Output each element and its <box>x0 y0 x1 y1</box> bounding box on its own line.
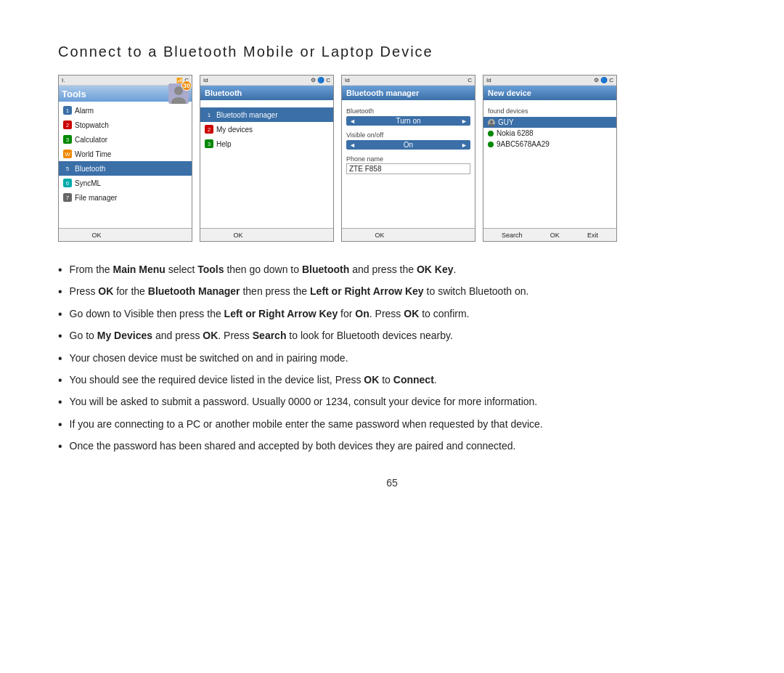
page-title: Connect to a Bluetooth Mobile or Laptop … <box>58 44 726 60</box>
screen3-titlebar: Bluetooth manager <box>342 86 475 100</box>
bluetooth-icon: 5 <box>63 164 72 173</box>
badge: 30 <box>181 81 192 91</box>
bluetooth-label: Bluetooth <box>75 165 105 173</box>
help-label: Help <box>216 140 232 148</box>
screen3-bottom: OK <box>342 228 475 241</box>
bullet-list: From the Main Menu select Tools then go … <box>58 262 726 455</box>
stopwatch-icon: 2 <box>63 121 72 129</box>
screenshots-container: I. 📶 C Tools 30 <box>58 75 726 242</box>
on-label: On <box>404 141 413 149</box>
filemanager-icon: 7 <box>63 193 72 202</box>
alarm-icon: 1 <box>63 106 72 115</box>
screen3-content: Bluetooth ◄ Turn on ► Visible on/off ◄ O… <box>342 100 475 241</box>
mac-dot <box>488 142 494 147</box>
screen1-title: Tools <box>62 89 86 99</box>
menu-bluetooth: 5 Bluetooth <box>59 161 192 176</box>
bullet-9: Once the password has been shared and ac… <box>58 439 726 454</box>
right-arrow-1: ► <box>461 118 467 125</box>
screen2-bottom: OK <box>200 228 333 241</box>
bullet-5: Your chosen device must be switched on a… <box>58 351 726 367</box>
svg-point-4 <box>490 121 493 123</box>
screen4-exit: Exit <box>587 232 598 239</box>
menu-bt-manager: 1 Bluetooth manager <box>200 107 333 122</box>
calculator-icon: 3 <box>63 135 72 144</box>
page-number: 65 <box>58 477 726 489</box>
menu-stopwatch: 2 Stopwatch <box>59 118 192 132</box>
filemanager-label: File manager <box>75 194 117 202</box>
syncml-icon: 6 <box>63 179 72 187</box>
screen4: Id ⚙ 🔵 C New device found devices <box>483 75 617 242</box>
phone-name-value: ZTE F858 <box>346 163 470 174</box>
stopwatch-label: Stopwatch <box>75 121 109 129</box>
worldtime-icon: W <box>63 150 72 158</box>
device-nokia: Nokia 6288 <box>483 128 616 139</box>
bt-manager-icon: 1 <box>205 110 213 119</box>
status-left-4: Id <box>486 77 491 83</box>
menu-help: 3 Help <box>200 136 333 151</box>
on-field: ◄ On ► <box>346 140 470 150</box>
status-left-1: I. <box>62 77 65 83</box>
menu-syncml: 6 SyncML <box>59 176 192 190</box>
nokia-dot <box>488 131 494 136</box>
screen2-ok: OK <box>233 232 242 239</box>
menu-my-devices: 2 My devices <box>200 122 333 136</box>
alarm-label: Alarm <box>75 107 94 115</box>
found-devices-label: found devices <box>483 106 616 115</box>
right-arrow-2: ► <box>461 142 467 149</box>
screen3-ok: OK <box>375 232 384 239</box>
screen4-bottom: Search OK Exit <box>483 228 616 241</box>
bullet-1: From the Main Menu select Tools then go … <box>58 262 726 278</box>
status-bar-3: Id C <box>342 76 475 86</box>
s1-header: Tools 30 <box>59 86 192 102</box>
phone-name-label: Phone name <box>342 154 475 163</box>
screen4-search: Search <box>502 232 523 239</box>
syncml-label: SyncML <box>75 179 101 187</box>
guy-label: GUY <box>498 118 514 126</box>
calculator-label: Calculator <box>75 136 107 144</box>
screen1-menu: 1 Alarm 2 Stopwatch 3 Calculator W World… <box>59 102 192 241</box>
menu-filemanager: 7 File manager <box>59 190 192 205</box>
status-right-2: ⚙ 🔵 C <box>311 77 330 83</box>
screen2-title: Bluetooth <box>205 89 242 97</box>
bt-manager-label: Bluetooth manager <box>216 111 278 119</box>
screen1-ok: OK <box>91 232 101 239</box>
screen2: Id ⚙ 🔵 C Bluetooth 1 Bluetooth manager 2… <box>200 75 334 242</box>
menu-alarm: 1 Alarm <box>59 103 192 118</box>
menu-calculator: 3 Calculator <box>59 132 192 147</box>
bullet-8: If you are connecting to a PC or another… <box>58 417 726 433</box>
screen4-content: found devices GUY Nokia 6288 <box>483 100 616 241</box>
device-mac: 9ABC5678AA29 <box>483 139 616 150</box>
bullet-4: Go to My Devices and press OK. Press Sea… <box>58 328 726 344</box>
bullet-2: Press OK for the Bluetooth Manager then … <box>58 284 726 300</box>
left-arrow-1: ◄ <box>349 118 356 125</box>
bluetooth-field-label: Bluetooth <box>342 106 475 115</box>
bullet-3: Go down to Visible then press the Left o… <box>58 306 726 322</box>
screen3-title: Bluetooth manager <box>346 89 419 97</box>
my-devices-label: My devices <box>216 126 253 134</box>
visible-label: Visible on/off <box>342 130 475 139</box>
bullet-6: You should see the required device liste… <box>58 372 726 388</box>
help-icon: 3 <box>205 139 213 148</box>
bullet-7: You will be asked to submit a password. … <box>58 394 726 410</box>
screen2-titlebar: Bluetooth <box>200 86 333 100</box>
screen4-titlebar: New device <box>483 86 616 100</box>
screen2-menu: 1 Bluetooth manager 2 My devices 3 Help <box>200 100 333 241</box>
turn-on-label: Turn on <box>396 117 420 125</box>
turn-on-field: ◄ Turn on ► <box>346 116 470 126</box>
screen4-ok: OK <box>550 232 560 239</box>
screen4-title: New device <box>488 89 531 97</box>
status-bar-4: Id ⚙ 🔵 C <box>483 76 616 86</box>
worldtime-label: World Time <box>75 150 111 158</box>
left-arrow-2: ◄ <box>349 142 356 149</box>
screen1: I. 📶 C Tools 30 <box>58 75 192 242</box>
device-guy: GUY <box>483 117 616 128</box>
mac-label: 9ABC5678AA29 <box>497 140 550 148</box>
status-left-3: Id <box>345 77 350 83</box>
screen3: Id C Bluetooth manager Bluetooth ◄ Turn … <box>341 75 475 242</box>
my-devices-icon: 2 <box>205 125 213 134</box>
nokia-label: Nokia 6288 <box>497 129 534 137</box>
status-left-2: Id <box>203 77 208 83</box>
menu-worldtime: W World Time <box>59 147 192 161</box>
screen1-bottom: OK <box>59 228 192 241</box>
status-bar-2: Id ⚙ 🔵 C <box>200 76 333 86</box>
